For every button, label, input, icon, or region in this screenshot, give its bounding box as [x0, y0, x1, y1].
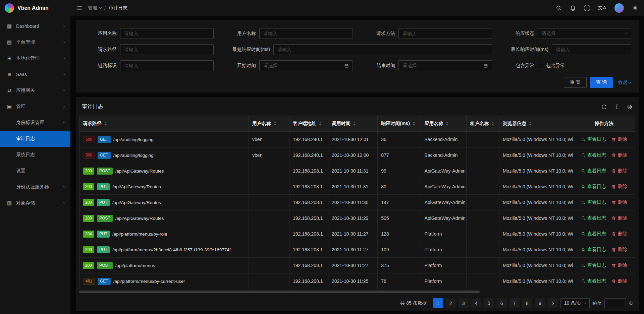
sidebar-item-audit-log[interactable]: 审计日志	[0, 131, 70, 147]
page-button-4[interactable]: 4	[471, 298, 481, 308]
view-log-button[interactable]: 查看日志	[581, 231, 606, 237]
sort-icon[interactable]	[353, 122, 356, 126]
search-icon[interactable]	[556, 5, 562, 11]
column-header-6[interactable]: 租户名称	[467, 116, 499, 131]
client-address-cell: 192.168.240.1	[289, 147, 328, 163]
delete-button[interactable]: 删除	[611, 199, 627, 205]
delete-button[interactable]: 删除	[611, 247, 627, 253]
delete-button[interactable]: 删除	[611, 215, 627, 221]
view-log-button[interactable]: 查看日志	[581, 136, 606, 142]
page-button-2[interactable]: 2	[446, 298, 456, 308]
app-logo[interactable]: Vben Admin	[0, 0, 70, 16]
avatar[interactable]	[614, 3, 624, 13]
min-response-time-input[interactable]	[273, 44, 492, 55]
delete-button[interactable]: 删除	[611, 152, 627, 158]
sidebar-item-saas[interactable]: ⊕ Saas	[0, 66, 70, 82]
column-header-2[interactable]: 客户端地址	[289, 116, 328, 131]
sidebar-item-app-gateway[interactable]: ⇄ 应用网关	[0, 82, 70, 99]
menu-fold-icon[interactable]	[76, 5, 83, 11]
view-log-button[interactable]: 查看日志	[581, 152, 606, 158]
max-response-time-input[interactable]	[552, 44, 631, 55]
response-status-select[interactable]: 请选择	[538, 28, 631, 39]
breadcrumb-parent[interactable]: 管理	[88, 5, 101, 11]
request-path-input[interactable]	[120, 44, 214, 55]
column-header-5[interactable]: 应用名称	[421, 116, 467, 131]
page-button-9[interactable]: 9	[535, 298, 545, 308]
view-log-button[interactable]: 查看日志	[581, 184, 606, 190]
query-button[interactable]: 查 询	[590, 77, 613, 88]
end-time-picker[interactable]: 请选择	[398, 60, 492, 71]
delete-button[interactable]: 删除	[611, 231, 627, 237]
table-row: 200 POST /api/ApiGateway/Routes 192.168.…	[79, 163, 635, 179]
delete-button[interactable]: 删除	[611, 262, 627, 268]
delete-label: 删除	[618, 168, 627, 174]
table-settings-icon[interactable]	[627, 104, 633, 110]
sort-icon[interactable]	[413, 122, 415, 126]
next-page-button[interactable]	[548, 298, 558, 308]
response-time-cell: 99	[378, 163, 421, 179]
sidebar-item-identity-server[interactable]: 身份认证服务器	[0, 179, 70, 195]
page-size-select[interactable]: 10 条/页	[560, 298, 590, 308]
delete-button[interactable]: 删除	[611, 136, 627, 142]
page-button-5[interactable]: 5	[484, 298, 494, 308]
settings-gear-icon[interactable]	[632, 5, 638, 11]
browser-info-cell: Mozilla/5.0 (Windows NT 10.0; Win	[499, 210, 573, 226]
sort-icon[interactable]	[319, 122, 322, 126]
filter-field-request-path: 请求路径	[83, 44, 214, 55]
include-exception-checkbox[interactable]	[538, 63, 543, 68]
request-method-input[interactable]	[398, 28, 492, 39]
page-button-6[interactable]: 6	[497, 298, 507, 308]
sort-icon[interactable]	[491, 122, 494, 126]
sidebar-item-object-storage[interactable]: ▥ 对象存储	[0, 195, 70, 211]
sidebar-item-settings[interactable]: 设置	[0, 163, 70, 179]
call-time-cell: 2021-10-30 11:27	[328, 258, 378, 273]
sidebar-item-localization-management[interactable]: ⊞ 本地化管理	[0, 50, 70, 66]
column-header-4[interactable]: 响应时间(ms)	[378, 116, 421, 131]
column-header-0[interactable]: 请求路径	[79, 116, 249, 131]
sort-icon[interactable]	[104, 122, 107, 126]
sidebar-item-dashboard[interactable]: ▦ Dashboard	[0, 18, 70, 34]
view-log-button[interactable]: 查看日志	[581, 278, 606, 284]
user-name-input[interactable]	[259, 28, 353, 39]
delete-button[interactable]: 删除	[611, 184, 627, 190]
start-time-picker[interactable]: 请选择	[259, 60, 353, 71]
view-log-button[interactable]: 查看日志	[581, 199, 606, 205]
view-log-button[interactable]: 查看日志	[581, 262, 606, 268]
view-log-label: 查看日志	[587, 215, 606, 221]
scrollbar-thumb[interactable]	[79, 291, 480, 293]
browser-info-cell: Mozilla/5.0 (Windows NT 10.0; Win	[499, 226, 573, 242]
sidebar-item-platform-management[interactable]: ▤ 平台管理	[0, 34, 70, 50]
status-badge: 500	[83, 152, 95, 159]
delete-button[interactable]: 删除	[611, 278, 627, 284]
translate-icon[interactable]: 文A	[598, 5, 606, 11]
user-name-cell	[249, 163, 289, 179]
jump-page-input[interactable]	[604, 298, 626, 308]
sort-icon[interactable]	[529, 122, 532, 126]
view-log-button[interactable]: 查看日志	[581, 215, 606, 221]
delete-button[interactable]: 删除	[611, 168, 627, 174]
refresh-icon[interactable]	[601, 104, 607, 110]
page-button-8[interactable]: 8	[522, 298, 532, 308]
notification-icon[interactable]	[570, 5, 576, 11]
sidebar-item-manage[interactable]: ▣ 管理	[0, 99, 70, 115]
app-name-input[interactable]	[120, 28, 214, 39]
page-button-7[interactable]: 7	[509, 298, 520, 308]
sort-icon[interactable]	[274, 122, 276, 126]
reset-button[interactable]: 重 置	[564, 77, 587, 88]
column-header-1[interactable]: 用户名称	[249, 116, 289, 131]
column-header-7[interactable]: 浏览器信息	[499, 116, 573, 131]
delete-label: 删除	[618, 247, 627, 253]
sidebar-item-identity-management[interactable]: 身份标识管理	[0, 115, 70, 131]
trace-id-input[interactable]	[120, 60, 214, 71]
page-button-1[interactable]: 1	[433, 298, 443, 308]
sort-icon[interactable]	[446, 122, 448, 126]
page-button-3[interactable]: 3	[459, 298, 469, 308]
view-log-button[interactable]: 查看日志	[581, 168, 606, 174]
column-height-icon[interactable]	[614, 104, 620, 110]
collapse-button[interactable]: 收起	[618, 79, 631, 85]
column-header-3[interactable]: 调用时间	[328, 116, 378, 131]
status-badge: 200	[83, 246, 94, 253]
view-log-button[interactable]: 查看日志	[581, 247, 606, 253]
sidebar-item-system-log[interactable]: 系统日志	[0, 147, 70, 163]
fullscreen-icon[interactable]	[584, 5, 590, 11]
